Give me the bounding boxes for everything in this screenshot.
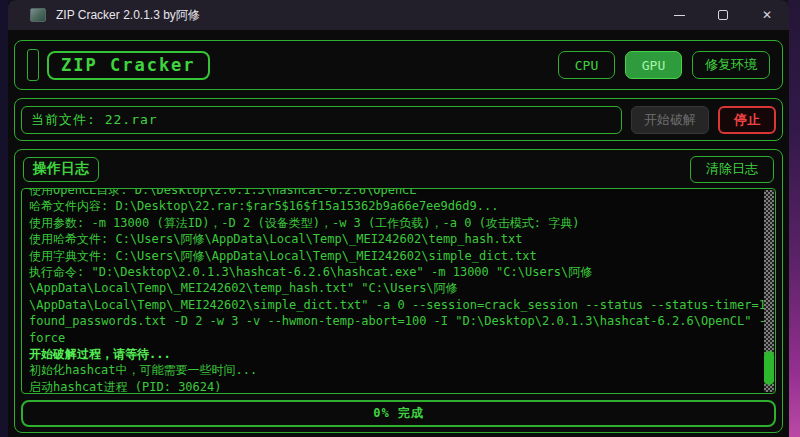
close-icon: ✕	[762, 9, 772, 21]
progress-bar: 0% 完成	[21, 400, 776, 427]
window-content: ZIP Cracker CPUGPU修复环境 当前文件: 22.rar 开始破解…	[8, 40, 789, 433]
app-logo: ZIP Cracker	[47, 51, 210, 80]
log-scrollbar[interactable]	[764, 190, 774, 392]
header-buttons: CPUGPU修复环境	[558, 51, 770, 79]
scrollbar-thumb[interactable]	[764, 351, 774, 385]
stop-button[interactable]: 停止	[718, 106, 776, 134]
window-controls: ✕	[657, 0, 789, 30]
log-panel-title: 操作日志	[23, 157, 99, 182]
window-title: ZIP Cracker 2.0.1.3 by阿修	[56, 7, 200, 24]
zipper-icon	[27, 49, 39, 81]
desktop-wallpaper-right	[788, 0, 800, 437]
log-line: 使用字典文件: C:\Users\阿修\AppData\Local\Temp\_…	[29, 248, 759, 264]
log-output-area[interactable]: 使用OpenCL目录: D:\Desktop\2.0.1.3\hashcat-6…	[21, 188, 776, 394]
log-line: force	[29, 330, 759, 346]
log-line: 使用参数: -m 13000 (算法ID)，-D 2 (设备类型)，-w 3 (…	[29, 215, 759, 231]
current-file-field[interactable]: 当前文件: 22.rar	[21, 106, 622, 134]
log-line: 开始破解过程，请等待...	[29, 346, 759, 362]
progress-text: 0% 完成	[373, 405, 424, 422]
start-crack-button[interactable]: 开始破解	[631, 106, 709, 134]
log-header: 操作日志 清除日志	[23, 156, 774, 183]
maximize-icon	[718, 10, 728, 20]
log-line: \AppData\Local\Temp\_MEI242602\temp_hash…	[29, 280, 759, 296]
log-line: 哈希文件内容: D:\Desktop\22.rar:$rar5$16$f15a1…	[29, 198, 759, 214]
log-line: 执行命令: "D:\Desktop\2.0.1.3\hashcat-6.2.6\…	[29, 264, 759, 280]
file-panel: 当前文件: 22.rar 开始破解 停止	[14, 98, 783, 141]
log-line: 初始化hashcat中，可能需要一些时间...	[29, 362, 759, 378]
header-panel: ZIP Cracker CPUGPU修复环境	[14, 40, 783, 90]
log-panel: 操作日志 清除日志 使用OpenCL目录: D:\Desktop\2.0.1.3…	[14, 149, 783, 433]
log-content: 使用OpenCL目录: D:\Desktop\2.0.1.3\hashcat-6…	[29, 188, 759, 394]
log-line: \AppData\Local\Temp\_MEI242602\simple_di…	[29, 297, 759, 313]
log-line: 使用OpenCL目录: D:\Desktop\2.0.1.3\hashcat-6…	[29, 188, 759, 198]
minimize-icon	[674, 15, 685, 16]
desktop-wallpaper-left	[0, 0, 8, 437]
log-line: 启动hashcat进程 (PID: 30624)	[29, 379, 759, 394]
close-button[interactable]: ✕	[745, 0, 789, 30]
clear-log-button[interactable]: 清除日志	[690, 156, 774, 183]
log-line: 使用哈希文件: C:\Users\阿修\AppData\Local\Temp\_…	[29, 231, 759, 247]
mode-button-gpu[interactable]: GPU	[625, 51, 682, 79]
mode-button-cpu[interactable]: CPU	[558, 51, 615, 79]
titlebar: ZIP Cracker 2.0.1.3 by阿修 ✕	[8, 0, 789, 30]
app-icon	[30, 8, 46, 22]
mode-button-repair-env[interactable]: 修复环境	[692, 51, 770, 79]
log-line: found_passwords.txt -D 2 -w 3 -v --hwmon…	[29, 313, 759, 329]
app-window: ZIP Cracker 2.0.1.3 by阿修 ✕ ZIP Cracker C…	[8, 0, 789, 437]
minimize-button[interactable]	[657, 0, 701, 30]
maximize-button[interactable]	[701, 0, 745, 30]
